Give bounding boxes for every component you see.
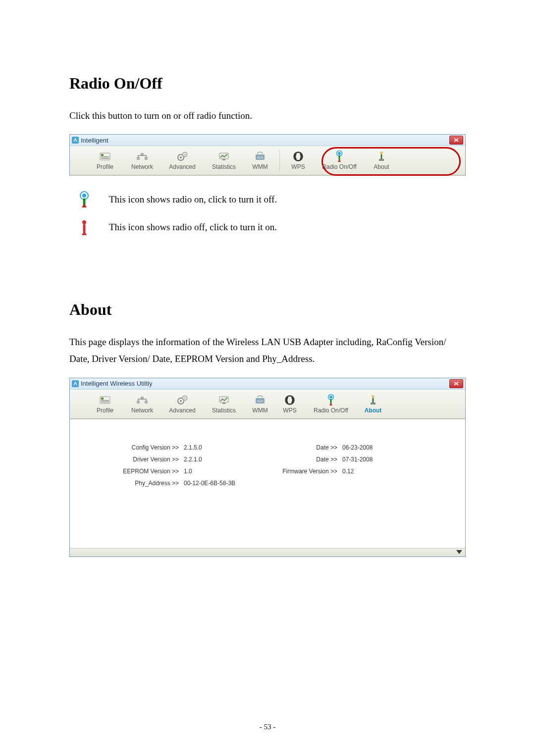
- svg-point-43: [372, 395, 374, 398]
- info-l2: Firmware Version >>: [268, 468, 342, 475]
- toolbar-item-label: Advanced: [169, 163, 195, 170]
- info-l1: Config Version >>: [105, 444, 184, 451]
- wps-icon: [292, 151, 305, 162]
- toolbar: ProfileNetworkAdvancedStatisticsQoSWMMWP…: [70, 390, 465, 419]
- network-icon: [136, 394, 149, 406]
- svg-point-41: [329, 396, 332, 399]
- svg-point-17: [338, 152, 341, 155]
- window-title: Intelligent: [81, 137, 108, 144]
- info-row: Config Version >>2.1.5.0Date >>06-23-200…: [105, 444, 430, 451]
- legend-radio-off: This icon shows radio off, click to turn…: [74, 218, 466, 236]
- svg-point-21: [82, 194, 86, 198]
- info-v1: 1.0: [184, 468, 268, 475]
- svg-rect-29: [137, 401, 140, 403]
- window-title: Intelligent Wireless Utiltiy: [81, 380, 153, 387]
- info-v1: 2.1.5.0: [184, 444, 268, 451]
- svg-rect-26: [101, 398, 104, 400]
- svg-rect-24: [72, 380, 79, 387]
- app-window-about: Intelligent Wireless Utiltiy ProfileNetw…: [69, 378, 466, 557]
- toolbar-item-label: Radio On/Off: [322, 163, 357, 170]
- svg-point-19: [380, 151, 383, 154]
- app-window-radio: Intelligent ProfileNetworkAdvancedStatis…: [69, 134, 466, 176]
- toolbar-item-label: About: [365, 407, 382, 414]
- close-button[interactable]: [449, 379, 463, 388]
- svg-point-9: [180, 156, 182, 158]
- legend-radio-on: This icon shows radio on, click to turn …: [74, 191, 466, 208]
- toolbar-item-statistics[interactable]: Statistics: [203, 146, 245, 175]
- about-intro-text: This page displays the information of th…: [69, 334, 466, 367]
- info-row: Driver Version >>2.2.1.0Date >>07-31-200…: [105, 456, 430, 463]
- toolbar-item-wps[interactable]: WPS: [275, 390, 304, 418]
- toolbar: ProfileNetworkAdvancedStatisticsQoSWMMWP…: [70, 146, 465, 176]
- svg-rect-44: [371, 403, 375, 404]
- svg-rect-3: [101, 156, 109, 157]
- toolbar-item-network[interactable]: Network: [123, 390, 161, 418]
- toolbar-item-radio[interactable]: Radio On/Off: [313, 146, 366, 175]
- toolbar-item-about[interactable]: About: [366, 146, 397, 175]
- svg-rect-0: [72, 137, 79, 144]
- toolbar-item-label: About: [374, 163, 389, 170]
- profile-icon: [99, 394, 111, 406]
- svg-rect-2: [101, 154, 104, 156]
- profile-icon: [99, 151, 111, 162]
- info-v2: 0.12: [342, 468, 402, 475]
- toolbar-item-profile[interactable]: Profile: [87, 146, 123, 175]
- expand-triangle-icon[interactable]: [456, 550, 462, 554]
- radio-intro-text: Click this button to turn on or off radi…: [69, 107, 466, 124]
- svg-point-33: [180, 400, 182, 402]
- info-v2: 06-23-2008: [342, 444, 402, 451]
- svg-point-11: [184, 154, 186, 155]
- toolbar-item-wmm[interactable]: QoSWMM: [245, 146, 275, 175]
- svg-rect-30: [145, 401, 148, 403]
- wmm-icon: QoS: [254, 394, 267, 406]
- toolbar-item-label: Statistics: [212, 407, 236, 414]
- info-row: Phy_Address >>00-12-0E-6B-58-3B: [105, 480, 430, 487]
- advanced-icon: [176, 394, 189, 406]
- svg-rect-37: [222, 403, 225, 404]
- info-l1: Phy_Address >>: [105, 480, 184, 487]
- toolbar-item-wmm[interactable]: QoSWMM: [245, 390, 275, 418]
- info-row: EEPROM Version >>1.0Firmware Version >>0…: [105, 468, 430, 475]
- about-info-area: Config Version >>2.1.5.0Date >>06-23-200…: [70, 419, 465, 548]
- legend-radio-off-text: This icon shows radio off, click to turn…: [109, 222, 277, 233]
- toolbar-item-label: Radio On/Off: [314, 407, 348, 414]
- toolbar-item-profile[interactable]: Profile: [87, 390, 123, 418]
- app-icon: [72, 137, 79, 144]
- radio-on-icon: [74, 191, 94, 208]
- close-button[interactable]: [449, 136, 463, 145]
- toolbar-item-label: WMM: [252, 407, 268, 414]
- toolbar-item-advanced[interactable]: Advanced: [161, 390, 203, 418]
- toolbar-item-radio[interactable]: Radio On/Off: [304, 390, 358, 418]
- about-icon: [367, 394, 379, 406]
- network-icon: [136, 151, 149, 162]
- svg-point-23: [82, 220, 86, 224]
- toolbar-item-network[interactable]: Network: [123, 146, 161, 175]
- toolbar-item-label: Statistics: [212, 163, 236, 170]
- wmm-icon: QoS: [254, 151, 267, 162]
- toolbar-item-label: Network: [131, 163, 153, 170]
- info-v2: 07-31-2008: [342, 456, 402, 463]
- svg-rect-28: [101, 402, 109, 403]
- toolbar-item-statistics[interactable]: Statistics: [203, 390, 245, 418]
- toolbar-divider: [279, 150, 280, 171]
- info-l1: Driver Version >>: [105, 456, 184, 463]
- toolbar-item-wps[interactable]: WPS: [284, 146, 313, 175]
- svg-point-35: [184, 397, 186, 399]
- svg-text:QoS: QoS: [257, 155, 264, 159]
- titlebar: Intelligent: [70, 135, 465, 146]
- document-page: Radio On/Off Click this button to turn o…: [0, 0, 535, 756]
- toolbar-item-label: WMM: [252, 163, 268, 170]
- info-l2: Date >>: [268, 444, 342, 451]
- toolbar-item-advanced[interactable]: Advanced: [161, 146, 203, 175]
- radio-icon: [333, 151, 346, 162]
- svg-rect-6: [145, 157, 148, 160]
- heading-about: About: [69, 301, 466, 319]
- toolbar-item-about[interactable]: About: [358, 390, 388, 418]
- statistics-icon: [217, 151, 230, 162]
- info-l1: EEPROM Version >>: [105, 468, 184, 475]
- info-l2: [268, 480, 342, 487]
- info-v1: 00-12-0E-6B-58-3B: [184, 480, 268, 487]
- page-number: - 53 -: [0, 723, 535, 731]
- info-v1: 2.2.1.0: [184, 456, 268, 463]
- toolbar-item-label: WPS: [283, 407, 296, 414]
